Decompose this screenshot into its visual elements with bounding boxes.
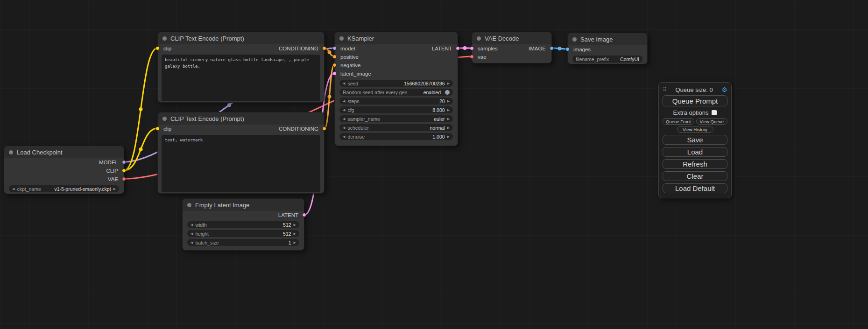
output-slot-latent[interactable] — [302, 213, 306, 217]
collapse-dot-icon[interactable] — [187, 203, 191, 207]
node-clip-text-encode-negative[interactable]: CLIP Text Encode (Prompt) clip CONDITION… — [157, 112, 325, 194]
node-title-bar[interactable]: VAE Decode — [472, 32, 551, 44]
increment-arrow-icon[interactable]: ▶ — [447, 135, 450, 138]
view-history-button[interactable]: View History — [677, 126, 713, 133]
input-slot-model[interactable] — [332, 46, 337, 50]
queue-panel[interactable]: ⠿ Queue size: 0 ⚙ Queue Prompt Extra opt… — [658, 82, 732, 198]
widget-denoise[interactable]: ◀ denoise 1.000 ▶ — [339, 133, 453, 140]
widget-sampler-name[interactable]: ◀ sampler_name euler ▶ — [339, 115, 453, 122]
node-title-bar[interactable]: CLIP Text Encode (Prompt) — [158, 32, 324, 44]
decrement-arrow-icon[interactable]: ◀ — [191, 223, 193, 226]
decrement-arrow-icon[interactable]: ◀ — [191, 241, 193, 244]
collapse-dot-icon[interactable] — [162, 117, 167, 121]
increment-arrow-icon[interactable]: ▶ — [294, 223, 296, 226]
input-slot-label-samples: samples — [478, 46, 498, 51]
output-slot-clip[interactable] — [122, 168, 126, 173]
collapse-dot-icon[interactable] — [339, 36, 344, 41]
view-queue-button[interactable]: View Queue — [696, 118, 728, 125]
node-graph-canvas[interactable]: Load Checkpoint MODEL CLIP VAE ◀ ckpt_na… — [0, 0, 868, 329]
widget-width[interactable]: ◀ width 512 ▶ — [187, 221, 299, 228]
node-title-bar[interactable]: Save Image — [568, 33, 647, 45]
widget-label: batch_size — [195, 240, 219, 245]
prompt-textarea[interactable]: text, watermark — [162, 135, 320, 192]
widget-batch-size[interactable]: ◀ batch_size 1 ▶ — [187, 239, 299, 246]
node-load-checkpoint[interactable]: Load Checkpoint MODEL CLIP VAE ◀ ckpt_na… — [4, 146, 124, 194]
widget-cfg[interactable]: ◀ cfg 8.000 ▶ — [339, 106, 453, 113]
wire-midpoint-dot — [328, 95, 332, 98]
node-title-bar[interactable]: Load Checkpoint — [4, 146, 124, 158]
clear-button[interactable]: Clear — [663, 171, 727, 181]
input-slot-label-clip: clip — [163, 46, 171, 51]
node-title-bar[interactable]: KSampler — [335, 32, 458, 44]
toggle-knob-icon[interactable] — [445, 90, 450, 95]
collapse-dot-icon[interactable] — [572, 37, 577, 42]
wire-midpoint-dot — [227, 103, 231, 107]
widget-value: normal — [430, 125, 445, 131]
next-value-arrow-icon[interactable]: ▶ — [447, 117, 450, 120]
widget-ckpt-name[interactable]: ◀ ckpt_name v1-5-pruned-emaonly.ckpt ▶ — [9, 185, 119, 192]
queue-prompt-button[interactable]: Queue Prompt — [663, 95, 727, 106]
input-slot-clip[interactable] — [155, 46, 160, 50]
output-slot-model[interactable] — [122, 160, 126, 164]
input-slot-label-vae: vae — [478, 54, 487, 60]
widget-scheduler[interactable]: ◀ scheduler normal ▶ — [339, 124, 453, 131]
node-title-bar[interactable]: CLIP Text Encode (Prompt) — [158, 112, 324, 125]
output-slot-image[interactable] — [550, 46, 554, 50]
input-slot-clip[interactable] — [155, 126, 160, 131]
output-slot-conditioning[interactable] — [322, 126, 326, 131]
refresh-button[interactable]: Refresh — [663, 159, 727, 169]
node-title-label: VAE Decode — [485, 35, 519, 42]
next-value-arrow-icon[interactable]: ▶ — [113, 187, 116, 190]
increment-arrow-icon[interactable]: ▶ — [447, 108, 450, 112]
widget-height[interactable]: ◀ height 512 ▶ — [187, 230, 299, 237]
widget-steps[interactable]: ◀ steps 20 ▶ — [339, 98, 453, 105]
settings-gear-icon[interactable]: ⚙ — [721, 86, 727, 93]
prev-value-arrow-icon[interactable]: ◀ — [343, 126, 345, 129]
widget-filename-prefix[interactable]: filename_prefix ComfyUI — [572, 56, 642, 63]
prev-value-arrow-icon[interactable]: ◀ — [12, 187, 14, 190]
decrement-arrow-icon[interactable]: ◀ — [343, 82, 345, 85]
input-slot-vae[interactable] — [470, 55, 474, 59]
output-slot-label-image: IMAGE — [529, 46, 546, 51]
widget-value: ComfyUI — [620, 56, 639, 62]
node-ksampler[interactable]: KSampler model LATENT positive negative … — [334, 32, 458, 146]
prev-value-arrow-icon[interactable]: ◀ — [343, 117, 345, 120]
decrement-arrow-icon[interactable]: ◀ — [191, 232, 193, 235]
collapse-dot-icon[interactable] — [9, 150, 13, 154]
load-button[interactable]: Load — [663, 147, 727, 157]
node-save-image[interactable]: Save Image images filename_prefix ComfyU… — [567, 33, 648, 64]
increment-arrow-icon[interactable]: ▶ — [294, 241, 296, 244]
node-title-bar[interactable]: Empty Latent Image — [183, 199, 304, 211]
queue-front-button[interactable]: Queue Front — [663, 118, 694, 125]
decrement-arrow-icon[interactable]: ◀ — [343, 99, 345, 103]
collapse-dot-icon[interactable] — [162, 36, 167, 41]
output-slot-latent[interactable] — [456, 46, 460, 50]
prompt-textarea[interactable]: beautiful scenery nature glass bottle la… — [162, 55, 320, 101]
node-vae-decode[interactable]: VAE Decode samples IMAGE vae — [472, 32, 552, 63]
next-value-arrow-icon[interactable]: ▶ — [447, 126, 450, 129]
widget-random-seed-toggle[interactable]: Random seed after every gen enabled — [339, 89, 453, 96]
widget-seed[interactable]: ◀ seed 156680208700286 ▶ — [339, 80, 453, 87]
widget-value: 156680208700286 — [404, 81, 445, 86]
input-slot-positive[interactable] — [332, 55, 337, 59]
increment-arrow-icon[interactable]: ▶ — [294, 232, 296, 235]
node-clip-text-encode-positive[interactable]: CLIP Text Encode (Prompt) clip CONDITION… — [157, 32, 325, 103]
collapse-dot-icon[interactable] — [477, 36, 481, 41]
node-empty-latent-image[interactable]: Empty Latent Image LATENT ◀ width 512 ▶ … — [182, 198, 304, 251]
load-default-button[interactable]: Load Default — [663, 183, 727, 193]
input-slot-images[interactable] — [565, 47, 570, 51]
wire-midpoint-dot — [328, 50, 332, 54]
extra-options-label: Extra options — [673, 109, 709, 116]
decrement-arrow-icon[interactable]: ◀ — [343, 108, 345, 112]
extra-options-checkbox[interactable] — [712, 110, 717, 115]
output-slot-conditioning[interactable] — [322, 46, 326, 50]
input-slot-negative[interactable] — [332, 63, 337, 67]
save-button[interactable]: Save — [663, 135, 727, 145]
input-slot-latent-image[interactable] — [332, 71, 337, 76]
input-slot-samples[interactable] — [470, 46, 474, 50]
increment-arrow-icon[interactable]: ▶ — [447, 82, 450, 85]
drag-handle-icon[interactable]: ⠿ — [663, 86, 667, 93]
output-slot-vae[interactable] — [122, 177, 126, 181]
increment-arrow-icon[interactable]: ▶ — [447, 99, 450, 103]
decrement-arrow-icon[interactable]: ◀ — [343, 135, 345, 138]
